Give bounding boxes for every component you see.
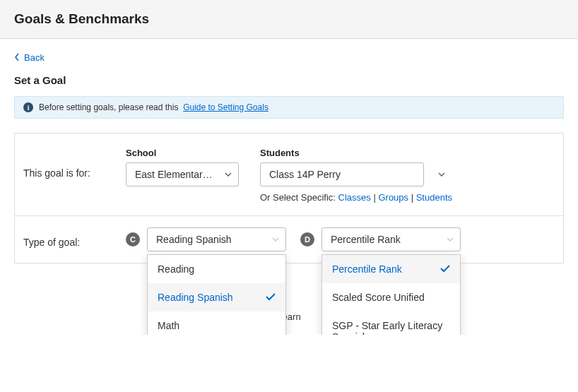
goal-for-label: This goal is for: [23, 148, 126, 179]
students-label: Students [260, 148, 452, 158]
school-select[interactable]: East Elementary Sch… [126, 162, 239, 186]
chevron-down-icon [272, 237, 279, 242]
groups-link[interactable]: Groups [378, 192, 408, 203]
chevron-down-icon [447, 237, 454, 242]
header-bar: Goals & Benchmarks [0, 0, 578, 39]
type-of-goal-row: Type of goal: C Reading Spanish ReadingR… [15, 216, 563, 263]
type-field-c: C Reading Spanish ReadingReading Spanish… [126, 227, 286, 251]
type-of-goal-label: Type of goal: [23, 231, 126, 248]
goal-for-row: This goal is for: School East Elementary… [15, 133, 563, 216]
check-icon [440, 265, 450, 273]
chevron-down-icon [225, 172, 232, 177]
dropdown-item[interactable]: Reading Spanish [148, 283, 285, 311]
students-field: Students Class 14P Perry Or Select Speci… [260, 148, 452, 203]
badge-c: C [126, 232, 140, 247]
students-select[interactable]: Class 14P Perry [260, 162, 424, 186]
page-title: Goals & Benchmarks [14, 11, 564, 27]
info-banner: i Before setting goals, please read this… [14, 96, 564, 119]
info-link[interactable]: Guide to Setting Goals [183, 102, 269, 112]
metric-select[interactable]: Percentile Rank [322, 227, 461, 251]
info-text: Before setting goals, please read this G… [39, 102, 269, 112]
type-dropdown: ReadingReading SpanishMathMath Spanish [147, 254, 286, 335]
subtitle: Set a Goal [14, 74, 564, 86]
dropdown-item[interactable]: Reading [148, 255, 285, 283]
dropdown-item[interactable]: Percentile Rank [322, 255, 460, 283]
svg-text:i: i [28, 103, 30, 111]
chevron-left-icon [14, 53, 20, 61]
school-field: School East Elementary Sch… [126, 148, 239, 186]
dropdown-item[interactable]: SGP - Star Early Literacy Spanish [322, 311, 460, 335]
back-label: Back [24, 52, 45, 63]
main-content: Back Set a Goal i Before setting goals, … [0, 39, 578, 335]
students-link[interactable]: Students [416, 192, 452, 203]
school-label: School [126, 148, 239, 158]
back-link[interactable]: Back [14, 52, 45, 63]
learn-text: Learn [14, 311, 564, 322]
dropdown-item[interactable]: Math [148, 311, 285, 335]
metric-dropdown: Percentile RankScaled Score UnifiedSGP -… [322, 254, 461, 335]
badge-d: D [300, 232, 314, 247]
info-icon: i [23, 102, 33, 112]
students-sublinks: Or Select Specific: Classes | Groups | S… [260, 192, 452, 203]
type-field-d: D Percentile Rank Percentile RankScaled … [300, 227, 461, 251]
check-icon [266, 293, 276, 301]
type-select[interactable]: Reading Spanish [147, 227, 286, 251]
goal-panel: This goal is for: School East Elementary… [14, 133, 564, 263]
dropdown-item[interactable]: Scaled Score Unified [322, 283, 460, 311]
classes-link[interactable]: Classes [338, 192, 371, 203]
